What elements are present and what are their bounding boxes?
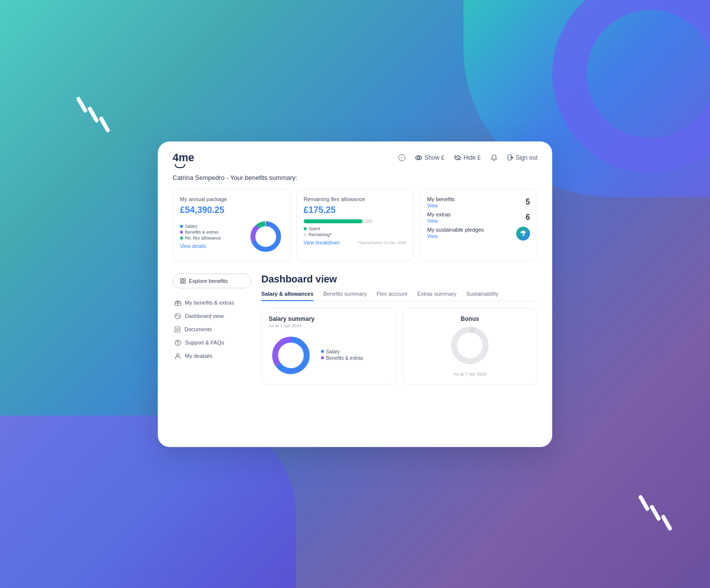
my-pledges-info: My sustainable pledges View (427, 227, 484, 239)
logo-smile (175, 164, 185, 168)
bonus-donut-wrap: As at 7 Apr 2024 (448, 323, 492, 377)
benefits-dot (180, 231, 183, 234)
sidebar-item-details[interactable]: My deatails (173, 349, 251, 363)
benefits-count-card: My benefits View 5 My extras View 6 My s… (420, 189, 537, 261)
salary-donut (269, 333, 313, 378)
my-extras-view-link[interactable]: View (427, 218, 451, 224)
sidebar-nav: My benefits & extras Dashboard view (173, 296, 251, 363)
flex-remaining-legend: Remaining* (304, 232, 407, 237)
eye-slash-icon (454, 155, 461, 161)
view-breakdown-link[interactable]: View breakdown (304, 240, 340, 245)
my-benefits-view-link[interactable]: View (427, 203, 455, 208)
header: 4me i Show £ Hide £ (158, 141, 552, 169)
dashboard-area: Dashboard view Salary & allowances Benef… (261, 274, 537, 385)
sidebar-item-dashboard[interactable]: Dashboard view (173, 310, 251, 323)
svg-point-1 (418, 157, 420, 159)
sign-out-button[interactable]: Sign out (507, 154, 537, 161)
my-extras-info: My extras View (427, 211, 451, 224)
salary-dot (180, 225, 183, 228)
main-content: Explore benefits My benefits & extras (158, 269, 552, 395)
summary-title: Catrina Sempedro - Your benefits summary… (173, 174, 537, 181)
tab-salary-allowances[interactable]: Salary & allowances (261, 291, 314, 301)
summary-cards: My annual package £54,390.25 Salary Bene… (173, 189, 537, 261)
decorative-slash-2 (87, 106, 99, 123)
logo: 4me (173, 151, 194, 164)
flex-allowance-title: Remaining flex allowance (304, 196, 407, 202)
main-card: 4me i Show £ Hide £ (158, 141, 552, 447)
annual-package-body: Salary Benefits & extras Re. flex allowa… (180, 219, 283, 254)
show-currency-button[interactable]: Show £ (415, 154, 444, 161)
my-extras-row: My extras View 6 (427, 211, 530, 224)
annual-package-legend: Salary Benefits & extras Re. flex allowa… (180, 224, 221, 249)
spent-dot (304, 227, 307, 230)
tab-sustainability[interactable]: Sustainability (466, 291, 498, 301)
flex-allowance-amount: £175.25 (304, 205, 407, 215)
salary-summary-card: Salary summary As at 7 Apr 2024 (261, 308, 396, 385)
summary-section: Catrina Sempedro - Your benefits summary… (158, 169, 552, 269)
view-details-link[interactable]: View details (180, 243, 221, 249)
info-icon: i (398, 154, 405, 161)
user-icon (175, 353, 181, 359)
spend-note: *Spend before 31 Dec 2025 (358, 241, 407, 245)
legend-flex: Re. flex allowance (180, 236, 221, 241)
my-benefits-info: My benefits View (427, 196, 455, 208)
my-pledges-view-link[interactable]: View (427, 234, 484, 239)
flex-dot (180, 237, 183, 240)
flex-allowance-card: Remaining flex allowance £175.25 Spent R… (296, 189, 414, 261)
annual-package-title: My annual package (180, 196, 283, 202)
sustainable-icon (516, 227, 530, 241)
tab-flex-account[interactable]: Flex account (377, 291, 407, 301)
sidebar-item-benefits[interactable]: My benefits & extras (173, 296, 251, 310)
progress-track (304, 219, 373, 223)
notifications-button[interactable] (491, 154, 497, 161)
gift-icon (175, 300, 181, 306)
sign-out-icon (507, 154, 514, 161)
salary-card-title: Salary summary (269, 315, 389, 322)
decorative-slash-3 (99, 116, 110, 133)
salary-legend-salary: Salary (321, 349, 363, 354)
bonus-card: Bonus As at 7 Apr 2024 (402, 308, 537, 385)
svg-point-16 (177, 353, 179, 356)
bonus-card-title: Bonus (461, 315, 479, 322)
dashboard-cards: Salary summary As at 7 Apr 2024 (261, 308, 537, 385)
sidebar-item-support[interactable]: Support & FAQs (173, 336, 251, 349)
progress-fill (304, 219, 362, 223)
svg-rect-10 (183, 281, 185, 283)
eye-icon (415, 155, 422, 160)
grid-icon (180, 278, 186, 284)
annual-package-card: My annual package £54,390.25 Salary Bene… (173, 189, 290, 261)
annual-package-amount: £54,390.25 (180, 205, 283, 215)
legend-salary: Salary (180, 224, 221, 229)
annual-package-donut (248, 219, 283, 254)
sidebar-item-documents[interactable]: Documents (173, 323, 251, 336)
dashboard-tabs: Salary & allowances Benefits summary Fle… (261, 291, 537, 301)
svg-point-20 (454, 330, 486, 361)
bell-icon (491, 154, 497, 161)
chart-icon (175, 313, 181, 319)
tab-extras-summary[interactable]: Extras summary (417, 291, 456, 301)
explore-benefits-button[interactable]: Explore benefits (173, 274, 251, 288)
tab-benefits-summary[interactable]: Benefits summary (323, 291, 367, 301)
my-pledges-row: My sustainable pledges View (427, 227, 530, 241)
legend-benefits: Benefits & extras (180, 230, 221, 235)
bonus-date: As at 7 Apr 2024 (454, 372, 487, 377)
decorative-slash-5 (649, 504, 661, 521)
sidebar: Explore benefits My benefits & extras (173, 274, 251, 385)
header-nav: i Show £ Hide £ (398, 154, 537, 161)
info-button[interactable]: i (398, 154, 405, 161)
salary-card-body: Salary Benefits & extras (269, 333, 389, 378)
dashboard-title: Dashboard view (261, 274, 537, 285)
svg-point-15 (178, 344, 178, 344)
salary-card-subtitle: As at 7 Apr 2024 (269, 323, 389, 328)
svg-point-0 (416, 156, 422, 160)
svg-rect-8 (183, 278, 185, 280)
support-icon (175, 340, 181, 346)
remaining-dot (304, 233, 307, 236)
salary-legend-benefits: Benefits & extras (321, 355, 363, 361)
svg-rect-9 (180, 281, 182, 283)
my-benefits-row: My benefits View 5 (427, 196, 530, 208)
hide-currency-button[interactable]: Hide £ (454, 154, 481, 161)
flex-progress (304, 219, 407, 223)
flex-spent-legend: Spent (304, 226, 407, 231)
decorative-slash-4 (638, 494, 650, 511)
